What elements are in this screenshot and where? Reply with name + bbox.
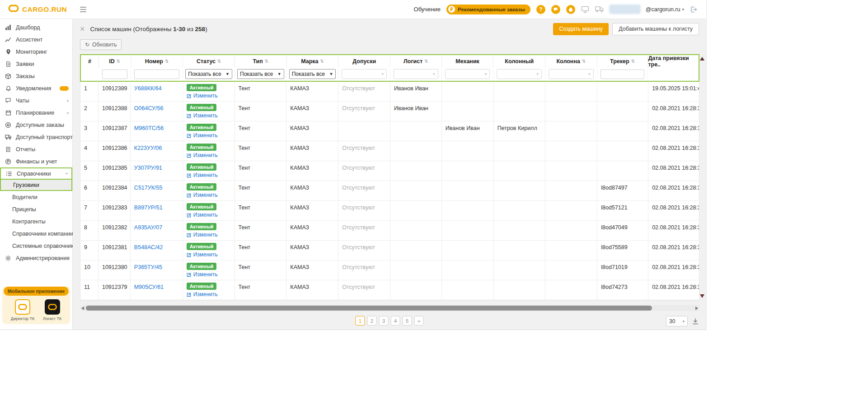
sidebar-item-chats[interactable]: Чаты › — [0, 94, 72, 107]
sidebar-subitem-trucks[interactable]: Грузовики — [0, 179, 72, 191]
id-filter-input[interactable] — [102, 70, 127, 79]
type-filter-select[interactable]: Показать все▼ — [237, 69, 284, 79]
brand-filter-select[interactable]: Показать все▼ — [289, 69, 336, 79]
user-menu[interactable]: @cargorun.ru ▾ — [646, 6, 684, 13]
edit-link[interactable]: Изменить — [187, 232, 218, 238]
sidebar-subitem-trailers[interactable]: Прицепы — [0, 203, 72, 215]
page-button-next[interactable]: » — [414, 316, 424, 325]
scroll-left-arrow[interactable] — [81, 306, 84, 310]
tracker-filter-input[interactable] — [601, 70, 645, 79]
horizontal-scrollbar[interactable] — [80, 305, 699, 311]
sidebar-item-available-orders[interactable]: Доступные заказы — [0, 119, 72, 131]
page-button-2[interactable]: 2 — [367, 316, 377, 325]
mobile-app-director[interactable]: Директор ТК — [11, 299, 34, 321]
edit-link[interactable]: Изменить — [187, 112, 218, 119]
page-size-select[interactable]: 30 ▾ — [666, 316, 688, 326]
sidebar-subitem-contractors[interactable]: Контрагенты — [0, 215, 72, 228]
vehicle-plate-link[interactable]: М905СУ/61 — [134, 284, 164, 290]
cell-vehicle-id: 10912387 — [99, 121, 131, 141]
page-button-3[interactable]: 3 — [379, 316, 389, 325]
table-scroll-down-arrow[interactable] — [700, 294, 704, 298]
recommended-orders-badge[interactable]: ₽ Рекомендованные заказы — [446, 5, 530, 14]
column-lead-filter-select[interactable]: ▾ — [497, 69, 542, 79]
cell-column — [545, 221, 597, 240]
logout-icon[interactable] — [690, 6, 697, 13]
vehicle-plate-link[interactable]: У688КК/64 — [134, 85, 162, 92]
create-vehicle-button[interactable]: Создать машину — [553, 23, 609, 35]
vehicle-plate-link[interactable]: Р365ТУ/45 — [134, 264, 162, 270]
training-link[interactable]: Обучение — [414, 6, 441, 13]
column-header-brand[interactable]: Марка⇅ — [287, 55, 339, 67]
sidebar-item-administration[interactable]: Администрирование › — [0, 252, 72, 264]
sidebar-subitem-system-directories[interactable]: Системные справочники — [0, 240, 72, 252]
add-vehicles-to-logist-button[interactable]: Добавить машины к логисту — [612, 23, 699, 35]
edit-link[interactable]: Изменить — [187, 251, 218, 258]
page-button-4[interactable]: 4 — [391, 316, 400, 325]
screen-share-icon[interactable] — [581, 6, 589, 13]
status-filter-select[interactable]: Показать все▼ — [185, 69, 232, 79]
edit-link[interactable]: Изменить — [187, 271, 218, 278]
column-header-type[interactable]: Тип⇅ — [235, 55, 287, 67]
sidebar-item-monitoring[interactable]: Мониторинг — [0, 46, 72, 58]
mobile-app-logist[interactable]: Логист ТК — [43, 299, 61, 321]
edit-link[interactable]: Изменить — [187, 172, 218, 178]
edit-link[interactable]: Изменить — [187, 192, 218, 198]
page-button-5[interactable]: 5 — [403, 316, 412, 325]
vehicle-plate-link[interactable]: К223УУ/06 — [134, 145, 162, 151]
close-icon[interactable]: × — [80, 25, 85, 33]
page-button-1[interactable]: 1 — [356, 316, 365, 325]
chat-button[interactable] — [551, 5, 560, 14]
edit-link[interactable]: Изменить — [187, 291, 218, 297]
table-scroll-up-arrow[interactable] — [700, 57, 704, 60]
scrollbar-thumb[interactable] — [86, 306, 652, 311]
logo[interactable]: CARGO.RUN — [0, 4, 73, 14]
sidebar-subitem-drivers[interactable]: Водители — [0, 191, 72, 203]
sidebar-item-orders[interactable]: Заказы — [0, 70, 72, 82]
vehicle-plate-link[interactable]: У307РУ/91 — [134, 165, 162, 171]
edit-link[interactable]: Изменить — [187, 212, 218, 218]
cell-logist — [390, 241, 442, 260]
fleet-truck-icon[interactable] — [595, 6, 604, 13]
sidebar-item-available-transport[interactable]: Доступный транспорт — [0, 131, 72, 143]
column-header-column[interactable]: Колонна⇅ — [545, 55, 597, 67]
sidebar-item-requests[interactable]: Заявки — [0, 58, 72, 70]
sidebar-subitem-company-directories[interactable]: Справочники компании — [0, 228, 72, 240]
vehicle-plate-link[interactable]: В897УР/51 — [134, 204, 163, 211]
edit-link[interactable]: Изменить — [187, 93, 218, 99]
column-header-id[interactable]: ID⇅ — [99, 55, 131, 67]
mechanic-filter-select[interactable]: ▾ — [445, 69, 490, 79]
sidebar-item-notifications[interactable]: Уведомления — [0, 82, 72, 94]
chevron-down-icon: ▾ — [485, 72, 487, 76]
permits-filter-select[interactable]: ▾ — [342, 69, 387, 79]
column-header-plate[interactable]: Номер⇅ — [131, 55, 183, 67]
sidebar-item-dashboard[interactable]: Дашборд — [0, 21, 72, 33]
column-filter-select[interactable]: ▾ — [549, 69, 594, 79]
plate-filter-input[interactable] — [134, 70, 180, 79]
column-header-status[interactable]: Статус⇅ — [183, 55, 235, 67]
column-header-logist[interactable]: Логист⇅ — [390, 55, 442, 67]
vehicle-plate-link[interactable]: С517УК/55 — [134, 185, 162, 191]
help-button[interactable]: ? — [536, 5, 545, 14]
edit-link[interactable]: Изменить — [187, 152, 218, 158]
sidebar-item-reports[interactable]: Отчеты — [0, 143, 72, 155]
sidebar-item-directories[interactable]: Справочники › — [0, 167, 72, 180]
edit-link[interactable]: Изменить — [187, 132, 218, 139]
vehicle-plate-link[interactable]: А935АУ/07 — [134, 224, 162, 231]
scroll-right-arrow[interactable] — [695, 306, 698, 310]
sidebar-item-planning[interactable]: Планирование › — [0, 107, 72, 119]
download-button[interactable] — [692, 318, 699, 325]
hot-offers-button[interactable] — [566, 5, 575, 14]
vehicle-plate-link[interactable]: М960ТС/56 — [134, 125, 164, 131]
column-header-tracker[interactable]: Трекер⇅ — [597, 55, 648, 67]
vehicle-plate-link[interactable]: В548АС/42 — [134, 244, 163, 251]
refresh-button[interactable]: ↻ Обновить — [80, 39, 122, 50]
sidebar-item-finance[interactable]: Финансы и учет — [0, 155, 72, 167]
cell-permits: Отсутствуют — [338, 181, 390, 200]
cell-permits: Отсутствуют — [338, 102, 390, 121]
chat-bubble-icon — [5, 98, 12, 103]
edit-icon — [187, 93, 192, 98]
vehicle-plate-link[interactable]: О064СУ/56 — [134, 105, 164, 111]
sidebar-toggle-icon[interactable] — [80, 7, 86, 12]
sidebar-item-assistant[interactable]: Ассистент — [0, 33, 72, 46]
logist-filter-select[interactable]: ▾ — [394, 69, 438, 79]
